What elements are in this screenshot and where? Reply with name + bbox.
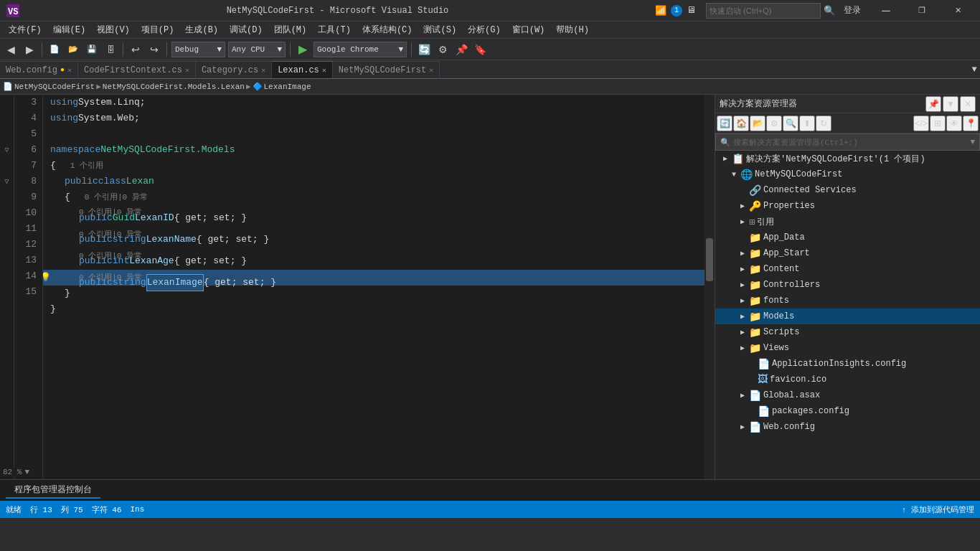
tree-controllers[interactable]: ▶ 📁 Controllers (715, 277, 980, 293)
menu-build[interactable]: 生成(B) (179, 22, 224, 37)
tab-close-icon-2[interactable]: ✕ (185, 66, 189, 75)
tab-codefirstcontext[interactable]: CodeFirstContext.cs ✕ (78, 61, 196, 78)
menu-analyze[interactable]: 分析(G) (462, 22, 507, 37)
tab-close-icon-4[interactable]: ✕ (322, 66, 326, 75)
se-dropdown-button[interactable]: ▼ (943, 96, 958, 112)
tree-views[interactable]: ▶ 📁 Views (715, 340, 980, 356)
tree-appinsights[interactable]: 📄 ApplicationInsights.config (715, 356, 980, 372)
menu-test[interactable]: 测试(S) (418, 22, 462, 37)
collapse-icon-8[interactable]: ▽ (4, 177, 9, 186)
tab-dropdown-button[interactable]: ▼ (969, 61, 980, 78)
se-settings-btn[interactable]: ⚙ (766, 116, 782, 131)
scroll-thumb[interactable] (706, 238, 713, 281)
se-sync-btn[interactable]: 🔄 (717, 116, 732, 131)
restore-button[interactable]: ❐ (905, 0, 938, 22)
tab-category[interactable]: Category.cs ✕ (196, 61, 272, 78)
cpu-config-dropdown[interactable]: Any CPU ▼ (228, 42, 286, 57)
wifi-icon: 📶 (655, 5, 666, 17)
collapse-icon-6[interactable]: ▽ (4, 146, 9, 154)
tab-close-icon[interactable]: ✕ (67, 66, 72, 75)
editor-scrollbar[interactable] (705, 95, 715, 479)
kw-public-8: public (65, 174, 98, 189)
zoom-dropdown[interactable]: ▼ (24, 468, 29, 476)
sign-in-link[interactable]: 登录 (844, 4, 861, 17)
se-home-btn[interactable]: 🏠 (733, 116, 749, 131)
tree-packages[interactable]: 📄 packages.config (715, 403, 980, 419)
margin-6: ▽ (0, 142, 14, 158)
menu-debug[interactable]: 调试(D) (224, 22, 268, 37)
menu-tools[interactable]: 工具(T) (312, 22, 357, 37)
menu-help[interactable]: 帮助(H) (550, 22, 595, 37)
se-collapse-all-btn[interactable]: ⬆ (799, 116, 815, 131)
tree-project[interactable]: ▼ 🌐 NetMySQLCodeFirst (715, 166, 980, 182)
tree-scripts[interactable]: ▶ 📁 Scripts (715, 324, 980, 340)
se-close-button[interactable]: ✕ (960, 96, 976, 112)
se-preview-btn[interactable]: 👁 (946, 116, 962, 131)
menu-team[interactable]: 团队(M) (268, 22, 313, 37)
se-refresh-btn[interactable]: ↻ (816, 116, 831, 131)
menu-file[interactable]: 文件(F) (3, 22, 47, 37)
tab-webconfig[interactable]: Web.config ● ✕ (0, 61, 78, 78)
se-folder-btn[interactable]: 📂 (750, 116, 765, 131)
tab-lexan[interactable]: Lexan.cs ✕ (272, 61, 333, 78)
minimize-button[interactable]: ─ (870, 0, 903, 22)
tree-appstart[interactable]: ▶ 📁 App_Start (715, 245, 980, 261)
code-content[interactable]: using System.Linq; using System.Web; nam… (43, 95, 705, 479)
tree-references[interactable]: ▶ ⊞ 引用 (715, 214, 980, 230)
menu-edit[interactable]: 编辑(E) (47, 22, 92, 37)
se-properties-btn[interactable]: ⊞ (930, 116, 946, 131)
se-code-btn[interactable]: </> (913, 116, 929, 131)
tree-content[interactable]: ▶ 📁 Content (715, 261, 980, 277)
close-button[interactable]: ✕ (941, 0, 974, 22)
bottom-tab-nuget[interactable]: 程序包管理器控制台 (6, 482, 100, 499)
tree-solution[interactable]: ▶ 📋 解决方案'NetMySQLCodeFirst'(1 个项目) (715, 151, 980, 166)
tree-properties[interactable]: ▶ 🔑 Properties (715, 198, 980, 214)
tree-appdata[interactable]: 📁 App_Data (715, 230, 980, 245)
save-button[interactable]: 💾 (84, 42, 100, 57)
tree-webconfig[interactable]: ▶ 📄 Web.config (715, 419, 980, 435)
menu-view[interactable]: 视图(V) (91, 22, 136, 37)
back-button[interactable]: ◀ (3, 42, 19, 57)
editor-margin: ▽ ▽ (0, 95, 14, 479)
debug-config-dropdown[interactable]: Debug ▼ (171, 42, 225, 57)
menu-project[interactable]: 项目(P) (136, 22, 180, 37)
undo-button[interactable]: ↩ (128, 42, 143, 57)
toolbar-extra-2[interactable]: 📌 (453, 42, 469, 57)
save-all-button[interactable]: 🗄 (103, 42, 118, 57)
brace-close-14: } (65, 286, 70, 301)
status-char: 字符 46 (92, 504, 122, 515)
toolbar-extra-3[interactable]: 🔖 (472, 42, 488, 57)
refresh-button[interactable]: 🔄 (416, 42, 432, 57)
redo-button[interactable]: ↪ (146, 42, 162, 57)
open-button[interactable]: 📂 (65, 42, 81, 57)
code-area[interactable]: ▽ ▽ 3 4 5 6 7 8 (0, 95, 715, 479)
linenum-9: 9 (14, 189, 37, 205)
linenum-13: 13 (14, 253, 37, 268)
tab-netmysql[interactable]: NetMySQLCodeFirst ✕ (333, 61, 440, 78)
tree-connected-services[interactable]: 🔗 Connected Services (715, 182, 980, 198)
se-search-dropdown[interactable]: ▼ (970, 138, 975, 146)
add-to-source-btn[interactable]: ↑ 添加到源代码管理 (902, 504, 974, 515)
se-pin-button[interactable]: 📌 (925, 96, 941, 112)
project-icon: 🌐 (740, 169, 753, 181)
tree-fonts[interactable]: ▶ 📁 fonts (715, 293, 980, 309)
toolbar-extra-1[interactable]: ⚙ (435, 42, 451, 57)
forward-button[interactable]: ▶ (22, 42, 37, 57)
quick-launch-input[interactable] (706, 3, 821, 19)
menu-window[interactable]: 窗口(W) (507, 22, 551, 37)
menu-arch[interactable]: 体系结构(C) (357, 22, 418, 37)
member-icon: 🔷 (253, 82, 263, 91)
se-filter-btn[interactable]: 🔍 (783, 116, 798, 131)
run-button[interactable]: ▶ (295, 42, 311, 57)
tree-models[interactable]: ▶ 📁 Models (715, 309, 980, 324)
new-file-button[interactable]: 📄 (47, 42, 62, 57)
se-pin2-btn[interactable]: 📍 (963, 116, 979, 131)
prop-lexanname: LexanName (146, 232, 197, 248)
browser-dropdown[interactable]: Google Chrome ▼ (314, 42, 407, 57)
margin-13 (0, 253, 14, 268)
tab-close-icon-3[interactable]: ✕ (261, 66, 265, 75)
tab-close-icon-5[interactable]: ✕ (429, 66, 433, 75)
linenum-5: 5 (14, 126, 37, 142)
tree-favicon[interactable]: 🖼 favicon.ico (715, 372, 980, 387)
tree-global[interactable]: ▶ 📄 Global.asax (715, 387, 980, 403)
